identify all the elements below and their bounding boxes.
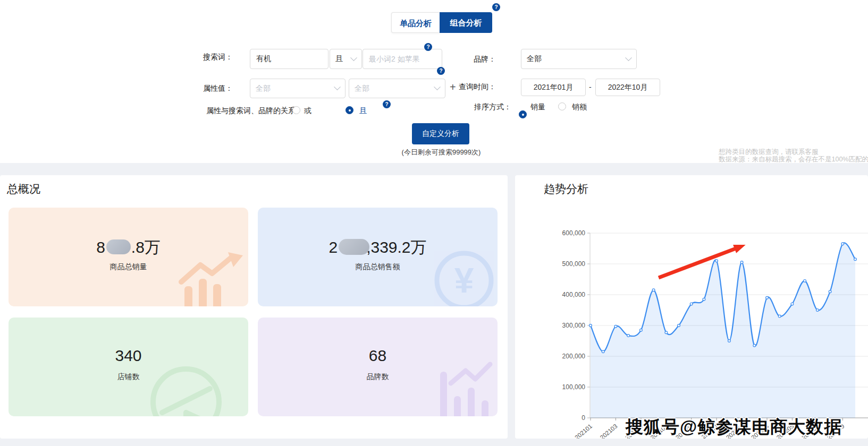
card-value: 68: [258, 347, 498, 365]
card-value: 2,339.2万: [258, 237, 498, 259]
blur-patch: [106, 239, 131, 254]
card-label: 店铺数: [9, 372, 248, 382]
sort-amount-label[interactable]: 销额: [572, 99, 587, 115]
relation-or-radio[interactable]: [292, 106, 300, 114]
relation-or-label[interactable]: 或: [304, 102, 311, 118]
notice-line-2: 数据来源：来自标题搜索，会存在不是100%匹配的情: [719, 156, 868, 163]
tab-single-analysis[interactable]: 单品分析: [391, 12, 440, 33]
and-or-select-value: 且: [335, 54, 343, 64]
chevron-down-icon: [625, 54, 632, 61]
relation-and-radio[interactable]: [345, 106, 353, 114]
relation-help-icon[interactable]: ?: [383, 100, 391, 108]
value-prefix: 2: [328, 238, 338, 256]
value-suffix: .8万: [131, 238, 161, 256]
relation-label: 属性与搜索词、品牌的关系:: [206, 102, 298, 118]
svg-text:0: 0: [582, 414, 585, 422]
brand-select-value: 全部: [527, 54, 542, 64]
page: 单品分析 组合分析 ? 搜索词： 且 ? 品牌： 全部 属性值： 全部 全部 ?…: [0, 0, 868, 446]
time-range-label: 查询时间：: [436, 78, 496, 96]
svg-text:500,000: 500,000: [562, 260, 586, 268]
attribute-select-2-value: 全部: [355, 84, 369, 93]
sort-sales-radio[interactable]: [519, 110, 527, 118]
card-label: 品牌数: [258, 372, 498, 382]
trend-chart: 0100,000200,000300,000400,000500,000600,…: [515, 175, 868, 439]
custom-analysis-button[interactable]: 自定义分析: [412, 123, 469, 144]
attribute-label: 属性值：: [158, 79, 233, 98]
overview-title: 总概况: [7, 182, 40, 196]
time-range-dash: -: [589, 79, 592, 96]
overview-panel: 总概况 8.8万 商品总销量 ¥ 2,339.2万 商品总销售额: [0, 175, 508, 439]
card-total-sales-amount: ¥ 2,339.2万 商品总销售额: [258, 208, 498, 306]
tab-combo-analysis[interactable]: 组合分析: [440, 12, 492, 33]
search-term-label: 搜索词：: [158, 47, 233, 67]
svg-text:202101: 202101: [574, 423, 593, 439]
search-help-icon[interactable]: ?: [424, 43, 432, 51]
card-label: 商品总销售额: [258, 262, 498, 272]
attribute-select-1-value: 全部: [256, 84, 271, 93]
value-prefix: 8: [96, 238, 105, 256]
brand-select[interactable]: 全部: [521, 49, 637, 69]
attribute-select-2[interactable]: 全部: [349, 79, 445, 98]
card-total-sales-volume: 8.8万 商品总销量: [9, 208, 248, 306]
card-label: 商品总销量: [9, 262, 248, 272]
sort-amount-radio[interactable]: [558, 102, 566, 110]
tabs-help-icon[interactable]: ?: [492, 3, 500, 11]
bar-chart-icon: [433, 356, 496, 416]
sort-label: 排序方式：: [436, 99, 511, 115]
blur-patch: [339, 239, 369, 255]
card-value: 340: [9, 347, 248, 365]
notice-lines: 想跨类目的数据查询，请联系客服 数据来源：来自标题搜索，会存在不是100%匹配的…: [719, 148, 868, 163]
time-end-input[interactable]: [595, 79, 660, 96]
attribute-help-icon[interactable]: ?: [437, 67, 445, 75]
svg-text:100,000: 100,000: [562, 383, 586, 391]
svg-text:202103: 202103: [599, 423, 619, 439]
trend-panel: 趋势分析 0100,000200,000300,000400,000500,00…: [515, 175, 868, 439]
watermark: 搜狐号@鲸参谋电商大数据: [626, 415, 842, 439]
card-brand-count: 68 品牌数: [258, 318, 498, 416]
relation-and-label[interactable]: 且: [359, 102, 367, 118]
search-term-input[interactable]: [250, 49, 328, 69]
time-start-input[interactable]: [521, 79, 586, 96]
chevron-down-icon: [334, 83, 341, 90]
store-circle-icon: [146, 362, 226, 416]
brand-label: 品牌：: [436, 49, 496, 69]
card-store-count: 340 店铺数: [9, 318, 248, 416]
attribute-select-1[interactable]: 全部: [250, 79, 345, 98]
notice-line-1: 想跨类目的数据查询，请联系客服: [719, 148, 868, 156]
card-value: 8.8万: [9, 237, 248, 259]
svg-text:600,000: 600,000: [562, 229, 586, 237]
quota-note: (今日剩余可搜索99999次): [361, 148, 521, 157]
svg-text:300,000: 300,000: [562, 322, 586, 329]
search-term2-input[interactable]: [363, 49, 442, 69]
and-or-select[interactable]: 且: [330, 49, 362, 69]
svg-text:400,000: 400,000: [562, 291, 586, 298]
svg-text:200,000: 200,000: [562, 353, 586, 360]
chart-up-icon: [176, 251, 245, 306]
value-suffix: ,339.2万: [366, 238, 426, 256]
chevron-down-icon: [350, 54, 357, 61]
sort-sales-label[interactable]: 销量: [530, 99, 545, 115]
